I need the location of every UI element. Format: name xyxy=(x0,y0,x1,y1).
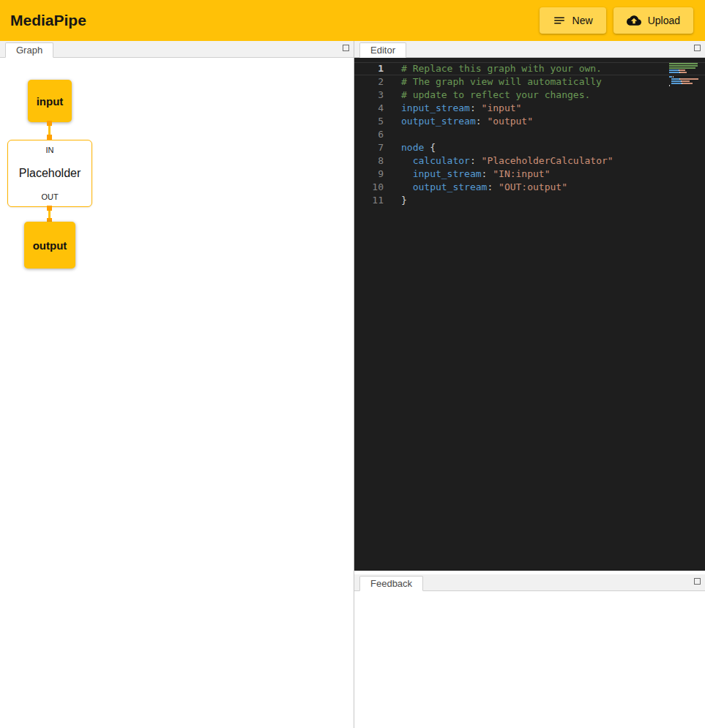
line-code xyxy=(384,128,401,141)
line-code: input_stream: "input" xyxy=(384,102,521,115)
code-line[interactable]: 7node { xyxy=(354,141,705,154)
line-code: calculator: "PlaceholderCalculator" xyxy=(384,154,613,168)
notes-icon xyxy=(553,14,566,27)
upload-button[interactable]: Upload xyxy=(613,7,693,34)
right-column: Editor 1# Replace this graph with your o… xyxy=(354,41,705,728)
new-button[interactable]: New xyxy=(540,7,606,34)
line-number: 6 xyxy=(354,128,384,141)
minimap-row xyxy=(669,80,703,82)
in-port-label: IN xyxy=(46,146,54,154)
port-icon xyxy=(47,121,52,126)
maximize-icon-feedback[interactable] xyxy=(694,578,701,585)
code-line[interactable]: 1# Replace this graph with your own. xyxy=(354,62,705,75)
tab-feedback[interactable]: Feedback xyxy=(359,576,423,591)
minimap-row xyxy=(669,76,703,78)
code-line[interactable]: 11} xyxy=(354,194,705,207)
feedback-panel-strip: Feedback xyxy=(354,574,705,591)
line-number: 2 xyxy=(354,75,384,89)
line-number: 5 xyxy=(354,115,384,128)
cloud-upload-icon xyxy=(627,13,641,28)
code-line[interactable]: 4input_stream: "input" xyxy=(354,102,705,115)
editor-panel-strip: Editor xyxy=(354,41,705,58)
main-area: Graph input IN Placeholder OUT output Ed… xyxy=(0,41,705,728)
minimap-row xyxy=(669,83,703,84)
minimap-row xyxy=(669,74,703,75)
code-line[interactable]: 9 input_stream: "IN:input" xyxy=(354,168,705,181)
editor-lines: 1# Replace this graph with your own.2# T… xyxy=(354,62,705,207)
line-number: 3 xyxy=(354,89,384,102)
editor-panel: Editor 1# Replace this graph with your o… xyxy=(354,41,705,571)
editor-code[interactable]: 1# Replace this graph with your own.2# T… xyxy=(354,58,705,571)
graph-panel-strip: Graph xyxy=(0,41,354,58)
line-code: # update to reflect your changes. xyxy=(384,89,590,102)
line-number: 7 xyxy=(354,141,384,154)
feedback-content xyxy=(354,591,705,728)
tab-graph[interactable]: Graph xyxy=(5,42,53,58)
header-actions: New Upload xyxy=(540,7,695,34)
line-number: 8 xyxy=(354,154,384,168)
graph-node-input[interactable]: input xyxy=(28,80,72,122)
line-code: } xyxy=(384,194,407,207)
line-number: 1 xyxy=(354,62,384,75)
graph-node-placeholder[interactable]: IN Placeholder OUT xyxy=(7,140,92,207)
code-line[interactable]: 5output_stream: "output" xyxy=(354,115,705,128)
line-code: node { xyxy=(384,141,436,154)
app-title: MediaPipe xyxy=(10,12,86,29)
minimap-row xyxy=(669,65,703,67)
port-icon xyxy=(47,135,52,140)
minimap-row xyxy=(669,85,703,86)
line-number: 9 xyxy=(354,168,384,181)
code-line[interactable]: 8 calculator: "PlaceholderCalculator" xyxy=(354,154,705,168)
new-button-label: New xyxy=(572,15,593,26)
feedback-panel: Feedback xyxy=(354,574,705,728)
minimap-row xyxy=(669,63,703,64)
code-line[interactable]: 3# update to reflect your changes. xyxy=(354,89,705,102)
port-icon xyxy=(47,206,52,211)
code-line[interactable]: 10 output_stream: "OUT:output" xyxy=(354,181,705,194)
code-line[interactable]: 6 xyxy=(354,128,705,141)
minimap-row xyxy=(669,70,703,71)
line-number: 10 xyxy=(354,181,384,194)
maximize-icon-editor[interactable] xyxy=(694,45,701,51)
graph-canvas[interactable]: input IN Placeholder OUT output xyxy=(0,58,354,728)
line-code: # The graph view will automatically xyxy=(384,75,602,89)
minimap-row xyxy=(669,67,703,69)
placeholder-node-title: Placeholder xyxy=(19,167,81,180)
line-code: output_stream: "output" xyxy=(384,115,533,128)
maximize-icon-graph[interactable] xyxy=(343,45,349,51)
editor-minimap[interactable] xyxy=(669,63,703,87)
line-code: input_stream: "IN:input" xyxy=(384,168,551,181)
code-line[interactable]: 2# The graph view will automatically xyxy=(354,75,705,89)
line-number: 4 xyxy=(354,102,384,115)
graph-node-output[interactable]: output xyxy=(24,222,75,269)
line-code: # Replace this graph with your own. xyxy=(384,62,602,75)
app-header: MediaPipe New Upload xyxy=(0,0,705,41)
graph-panel: Graph input IN Placeholder OUT output xyxy=(0,41,354,728)
tab-editor[interactable]: Editor xyxy=(359,42,406,58)
line-code: output_stream: "OUT:output" xyxy=(384,181,567,194)
minimap-row xyxy=(669,72,703,73)
out-port-label: OUT xyxy=(41,192,58,201)
minimap-row xyxy=(669,78,703,80)
upload-button-label: Upload xyxy=(648,15,680,26)
line-number: 11 xyxy=(354,194,384,207)
